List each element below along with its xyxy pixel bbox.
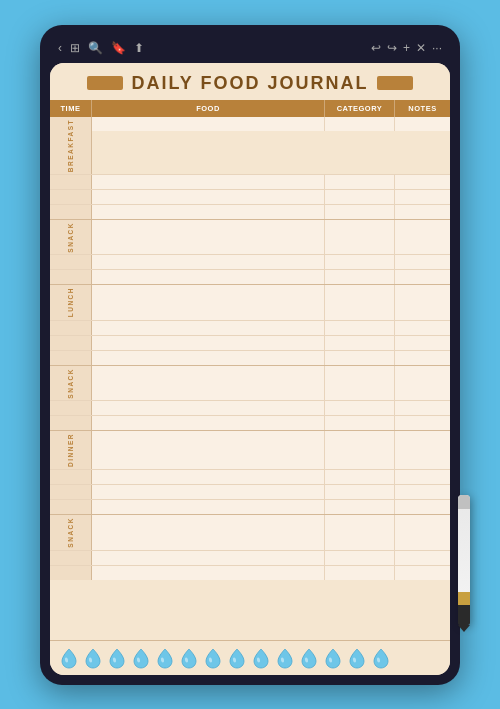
notes-cell[interactable] [395, 270, 450, 284]
food-cell[interactable] [92, 431, 325, 469]
category-cell[interactable] [325, 285, 395, 319]
category-cell[interactable] [325, 270, 395, 284]
share-icon[interactable]: ⬆ [134, 41, 144, 55]
snack1-label-cell: SNACK [50, 220, 92, 255]
notes-cell[interactable] [395, 336, 450, 350]
undo-icon[interactable]: ↩ [371, 41, 381, 55]
food-cell[interactable] [92, 366, 325, 401]
category-cell[interactable] [325, 220, 395, 255]
notes-cell[interactable] [395, 500, 450, 514]
water-drop-11[interactable] [300, 647, 318, 669]
notes-cell[interactable] [395, 351, 450, 365]
food-cell[interactable] [92, 220, 325, 255]
snack2-label-cell: SNACK [50, 366, 92, 401]
food-cell[interactable] [92, 285, 325, 319]
food-cell[interactable] [92, 336, 325, 350]
notes-cell[interactable] [395, 366, 450, 401]
category-cell[interactable] [325, 470, 395, 484]
water-drop-7[interactable] [204, 647, 222, 669]
category-cell[interactable] [325, 500, 395, 514]
food-cell[interactable] [92, 416, 325, 430]
food-cell[interactable] [92, 351, 325, 365]
water-drop-14[interactable] [372, 647, 390, 669]
water-drop-5[interactable] [156, 647, 174, 669]
notes-cell[interactable] [395, 401, 450, 415]
food-cell[interactable] [92, 566, 325, 580]
notes-cell[interactable] [395, 470, 450, 484]
category-cell[interactable] [325, 431, 395, 469]
notes-cell[interactable] [395, 566, 450, 580]
empty-label [50, 175, 92, 189]
table-row: BREAKFAST [50, 117, 450, 175]
water-drop-6[interactable] [180, 647, 198, 669]
water-drop-4[interactable] [132, 647, 150, 669]
food-cell[interactable] [92, 190, 325, 204]
food-cell[interactable] [92, 500, 325, 514]
notes-cell[interactable] [395, 416, 450, 430]
category-cell[interactable] [325, 255, 395, 269]
category-cell[interactable] [325, 366, 395, 401]
notes-cell[interactable] [395, 551, 450, 565]
table-row [50, 351, 450, 365]
table-row [50, 336, 450, 351]
bookmark-icon[interactable]: 🔖 [111, 41, 126, 55]
food-cell[interactable] [92, 485, 325, 499]
food-cell[interactable] [92, 470, 325, 484]
water-drop-10[interactable] [276, 647, 294, 669]
notes-cell[interactable] [395, 190, 450, 204]
category-cell[interactable] [325, 351, 395, 365]
category-cell[interactable] [325, 336, 395, 350]
water-drop-12[interactable] [324, 647, 342, 669]
empty-label [50, 551, 92, 565]
category-cell[interactable] [325, 566, 395, 580]
food-cell[interactable] [92, 205, 325, 219]
notes-cell[interactable] [395, 321, 450, 335]
category-cell[interactable] [325, 485, 395, 499]
food-cell[interactable] [92, 175, 325, 189]
search-icon[interactable]: 🔍 [88, 41, 103, 55]
food-cell[interactable] [92, 270, 325, 284]
notes-cell[interactable] [395, 285, 450, 319]
category-cell[interactable] [325, 416, 395, 430]
notes-cell[interactable] [395, 117, 450, 131]
category-cell[interactable] [325, 321, 395, 335]
notes-cell[interactable] [395, 255, 450, 269]
notes-cell[interactable] [395, 485, 450, 499]
water-drop-3[interactable] [108, 647, 126, 669]
empty-label [50, 416, 92, 430]
close-icon[interactable]: ✕ [416, 41, 426, 55]
food-cell[interactable] [92, 117, 325, 131]
water-drop-8[interactable] [228, 647, 246, 669]
category-cell[interactable] [325, 190, 395, 204]
category-cell[interactable] [325, 551, 395, 565]
food-cell[interactable] [92, 551, 325, 565]
food-cell[interactable] [92, 515, 325, 550]
category-cell[interactable] [325, 175, 395, 189]
table-row [50, 551, 450, 566]
add-icon[interactable]: + [403, 41, 410, 55]
lunch-label-cell: LUNCH [50, 285, 92, 319]
empty-label [50, 401, 92, 415]
water-drop-2[interactable] [84, 647, 102, 669]
water-drop-9[interactable] [252, 647, 270, 669]
notes-cell[interactable] [395, 175, 450, 189]
notes-cell[interactable] [395, 220, 450, 255]
back-icon[interactable]: ‹ [58, 41, 62, 55]
category-cell[interactable] [325, 117, 395, 131]
water-drop-1[interactable] [60, 647, 78, 669]
food-cell[interactable] [92, 401, 325, 415]
notes-cell[interactable] [395, 205, 450, 219]
food-cell[interactable] [92, 321, 325, 335]
redo-icon[interactable]: ↪ [387, 41, 397, 55]
food-cell[interactable] [92, 255, 325, 269]
category-cell[interactable] [325, 515, 395, 550]
grid-icon[interactable]: ⊞ [70, 41, 80, 55]
more-icon[interactable]: ··· [432, 41, 442, 55]
category-cell[interactable] [325, 401, 395, 415]
water-drop-13[interactable] [348, 647, 366, 669]
empty-label [50, 205, 92, 219]
col-food: FOOD [92, 100, 325, 117]
notes-cell[interactable] [395, 515, 450, 550]
category-cell[interactable] [325, 205, 395, 219]
notes-cell[interactable] [395, 431, 450, 469]
